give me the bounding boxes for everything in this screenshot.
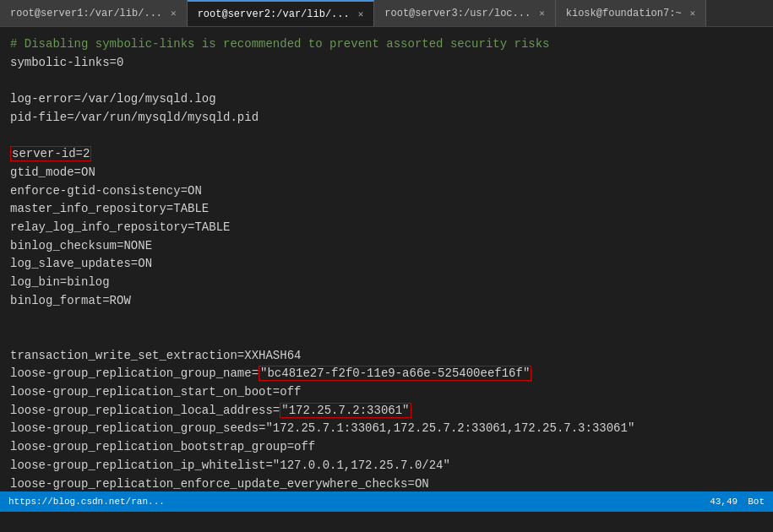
tab-4-close[interactable]: ✕ [690,8,696,19]
editor-area: # Disabling symbolic-links is recommende… [0,27,773,512]
tab-4-label: kiosk@foundation7:~ [566,8,682,19]
tab-2-label: root@server2:/var/lib/... [198,8,350,20]
editor-line: # Disabling symbolic-links is recommende… [10,35,763,54]
editor-line: loose-group_replication_group_name="bc48… [10,365,763,383]
editor-line: pid-file=/var/run/mysqld/mysqld.pid [10,109,763,128]
editor-line: enforce-gtid-consistency=ON [10,182,763,201]
tab-1[interactable]: root@server1:/var/lib/... ✕ [0,0,188,26]
editor-line: log_slave_updates=ON [10,255,763,274]
editor-line: relay_log_info_repository=TABLE [10,219,763,237]
status-bar: https://blog.csdn.net/ran... 43,49 Bot [0,491,773,512]
editor-line: loose-group_replication_enforce_update_e… [10,475,763,494]
cursor-position: 43,49 [710,497,738,507]
status-right: 43,49 Bot [710,497,765,507]
tab-2-close[interactable]: ✕ [358,8,364,19]
tab-3[interactable]: root@server3:/usr/loc... ✕ [374,0,555,26]
editor-line: loose-group_replication_group_seeds="172… [10,420,763,438]
editor-line: server-id=2 [10,145,763,164]
editor-line: master_info_repository=TABLE [10,200,763,219]
status-bot: Bot [748,497,765,507]
editor-line [10,328,763,347]
editor-line: loose-group_replication_start_on_boot=of… [10,383,763,402]
editor-line: binlog_format=ROW [10,292,763,311]
tab-bar: root@server1:/var/lib/... ✕ root@server2… [0,0,773,27]
editor-line: symbolic-links=0 [10,54,763,73]
editor-line [10,127,763,145]
editor-line: loose-group_replication_bootstrap_group=… [10,438,763,457]
editor-line [10,72,763,90]
tab-1-close[interactable]: ✕ [171,8,177,19]
tab-3-close[interactable]: ✕ [539,8,545,19]
tab-2[interactable]: root@server2:/var/lib/... ✕ [188,0,375,26]
tab-4[interactable]: kiosk@foundation7:~ ✕ [556,0,706,26]
tab-3-label: root@server3:/usr/loc... [384,8,531,19]
editor-line: loose-group_replication_ip_whitelist="12… [10,457,763,475]
editor-line: log_bin=binlog [10,274,763,292]
editor-line: loose-group_replication_local_address="1… [10,402,763,421]
editor-line: binlog_checksum=NONE [10,237,763,256]
editor-line [10,310,763,328]
editor-line: log-error=/var/log/mysqld.log [10,90,763,109]
editor-line: gtid_mode=ON [10,164,763,182]
tab-1-label: root@server1:/var/lib/... [10,8,162,19]
editor-line: transaction_write_set_extraction=XXHASH6… [10,347,763,366]
status-url: https://blog.csdn.net/ran... [8,497,165,507]
